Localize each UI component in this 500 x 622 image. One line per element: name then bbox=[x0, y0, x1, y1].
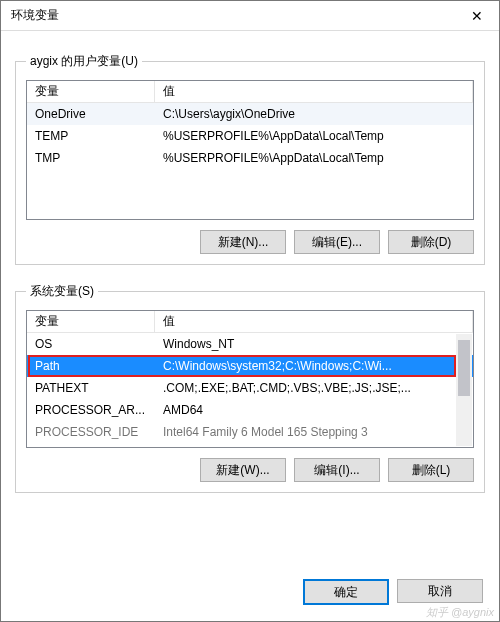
var-value: %USERPROFILE%\AppData\Local\Temp bbox=[155, 151, 473, 165]
var-name: TMP bbox=[27, 151, 155, 165]
scrollbar-thumb[interactable] bbox=[458, 340, 470, 396]
table-row[interactable]: PROCESSOR_AR... AMD64 bbox=[27, 399, 473, 421]
user-vars-buttons: 新建(N)... 编辑(E)... 删除(D) bbox=[26, 230, 474, 254]
system-delete-button[interactable]: 删除(L) bbox=[388, 458, 474, 482]
ok-button[interactable]: 确定 bbox=[303, 579, 389, 605]
dialog-footer: 确定 取消 bbox=[1, 567, 499, 621]
col-header-name[interactable]: 变量 bbox=[27, 81, 155, 102]
system-vars-legend: 系统变量(S) bbox=[26, 283, 98, 300]
scrollbar[interactable] bbox=[456, 334, 472, 446]
system-vars-group: 系统变量(S) 变量 值 OS Windows_NT Path C:\Windo… bbox=[15, 283, 485, 493]
var-value: AMD64 bbox=[155, 403, 473, 417]
var-value: %USERPROFILE%\AppData\Local\Temp bbox=[155, 129, 473, 143]
var-name: OneDrive bbox=[27, 107, 155, 121]
var-value: C:\Users\aygix\OneDrive bbox=[155, 107, 473, 121]
var-name: TEMP bbox=[27, 129, 155, 143]
col-header-name[interactable]: 变量 bbox=[27, 311, 155, 332]
user-edit-button[interactable]: 编辑(E)... bbox=[294, 230, 380, 254]
user-vars-table[interactable]: 变量 值 OneDrive C:\Users\aygix\OneDrive TE… bbox=[26, 80, 474, 220]
var-value: Windows_NT bbox=[155, 337, 473, 351]
var-name: PATHEXT bbox=[27, 381, 155, 395]
table-row[interactable]: TEMP %USERPROFILE%\AppData\Local\Temp bbox=[27, 125, 473, 147]
table-row[interactable]: OneDrive C:\Users\aygix\OneDrive bbox=[27, 103, 473, 125]
close-icon[interactable]: ✕ bbox=[455, 1, 499, 31]
system-vars-table[interactable]: 变量 值 OS Windows_NT Path C:\Windows\syste… bbox=[26, 310, 474, 448]
system-new-button[interactable]: 新建(W)... bbox=[200, 458, 286, 482]
var-name: PROCESSOR_IDE bbox=[27, 425, 155, 439]
system-vars-body: OS Windows_NT Path C:\Windows\system32;C… bbox=[27, 333, 473, 443]
var-value: Intel64 Family 6 Model 165 Stepping 3 bbox=[155, 425, 473, 439]
var-name: PROCESSOR_AR... bbox=[27, 403, 155, 417]
table-row[interactable]: OS Windows_NT bbox=[27, 333, 473, 355]
user-vars-legend: aygix 的用户变量(U) bbox=[26, 53, 142, 70]
var-name: Path bbox=[27, 359, 155, 373]
user-vars-group: aygix 的用户变量(U) 变量 值 OneDrive C:\Users\ay… bbox=[15, 53, 485, 265]
env-vars-dialog: 环境变量 ✕ aygix 的用户变量(U) 变量 值 OneDrive C:\U… bbox=[0, 0, 500, 622]
var-value: C:\Windows\system32;C:\Windows;C:\Wi... bbox=[155, 359, 473, 373]
cancel-button[interactable]: 取消 bbox=[397, 579, 483, 603]
system-vars-buttons: 新建(W)... 编辑(I)... 删除(L) bbox=[26, 458, 474, 482]
titlebar: 环境变量 ✕ bbox=[1, 1, 499, 31]
user-new-button[interactable]: 新建(N)... bbox=[200, 230, 286, 254]
user-vars-header: 变量 值 bbox=[27, 81, 473, 103]
user-vars-body: OneDrive C:\Users\aygix\OneDrive TEMP %U… bbox=[27, 103, 473, 169]
dialog-content: aygix 的用户变量(U) 变量 值 OneDrive C:\Users\ay… bbox=[1, 31, 499, 567]
var-value: .COM;.EXE;.BAT;.CMD;.VBS;.VBE;.JS;.JSE;.… bbox=[155, 381, 473, 395]
user-delete-button[interactable]: 删除(D) bbox=[388, 230, 474, 254]
table-row[interactable]: PROCESSOR_IDE Intel64 Family 6 Model 165… bbox=[27, 421, 473, 443]
table-row-selected[interactable]: Path C:\Windows\system32;C:\Windows;C:\W… bbox=[27, 355, 473, 377]
col-header-value[interactable]: 值 bbox=[155, 81, 473, 102]
system-edit-button[interactable]: 编辑(I)... bbox=[294, 458, 380, 482]
table-row[interactable]: TMP %USERPROFILE%\AppData\Local\Temp bbox=[27, 147, 473, 169]
col-header-value[interactable]: 值 bbox=[155, 311, 473, 332]
window-title: 环境变量 bbox=[11, 7, 455, 24]
var-name: OS bbox=[27, 337, 155, 351]
system-vars-header: 变量 值 bbox=[27, 311, 473, 333]
table-row[interactable]: PATHEXT .COM;.EXE;.BAT;.CMD;.VBS;.VBE;.J… bbox=[27, 377, 473, 399]
